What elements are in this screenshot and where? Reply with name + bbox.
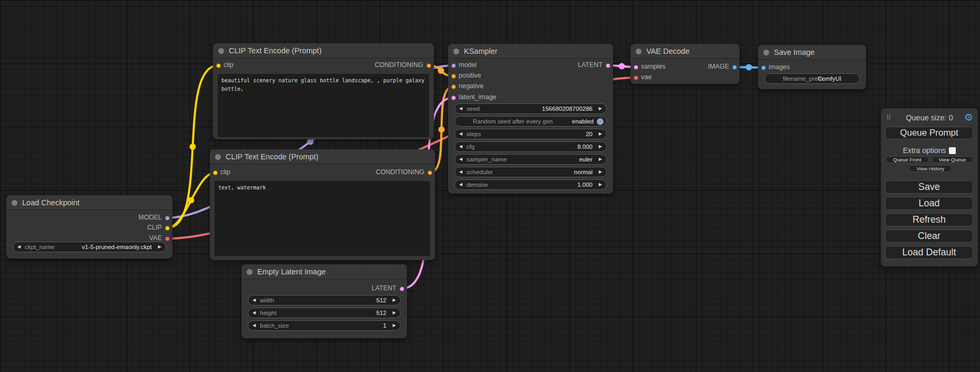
prompt-textarea[interactable]: beautiful scenery nature glass bottle la… xyxy=(218,74,429,137)
widget-random-seed-after-every-gen[interactable]: Random seed after every genenabled xyxy=(454,116,607,127)
link-midpoint-dot[interactable] xyxy=(746,64,752,71)
input-port-label: clip xyxy=(220,168,230,176)
collapse-dot-icon[interactable] xyxy=(453,49,459,54)
decrement-arrow-icon[interactable]: ◀ xyxy=(253,295,256,305)
decrement-arrow-icon[interactable]: ◀ xyxy=(459,167,462,177)
widget-sampler_name[interactable]: ◀▶sampler_nameeuler xyxy=(454,154,607,165)
clear-button[interactable]: Clear xyxy=(885,230,973,243)
node-clip-text-encode-negative[interactable]: CLIP Text Encode (Prompt)clipCONDITIONIN… xyxy=(210,149,435,260)
input-port-clip[interactable] xyxy=(213,170,218,175)
link-load-checkpoint-to-clip-text-encode-negative xyxy=(167,173,215,228)
output-port-CONDITIONING[interactable] xyxy=(428,170,432,175)
increment-arrow-icon[interactable]: ▶ xyxy=(599,180,602,189)
output-port-label: IMAGE xyxy=(708,63,729,70)
widget-label: scheduler xyxy=(467,167,493,177)
output-port-label: CONDITIONING xyxy=(375,61,423,69)
input-port-latent_image[interactable] xyxy=(451,96,456,100)
extra-options-checkbox[interactable] xyxy=(949,147,956,154)
increment-arrow-icon[interactable]: ▶ xyxy=(599,167,602,177)
decrement-arrow-icon[interactable]: ◀ xyxy=(459,180,462,189)
input-port-images[interactable] xyxy=(761,65,766,70)
input-port-vae[interactable] xyxy=(634,75,638,80)
widget-value: normal xyxy=(574,167,593,177)
node-header: Load Checkpoint xyxy=(6,195,172,210)
input-port-samples[interactable] xyxy=(634,65,638,70)
node-empty-latent-image[interactable]: Empty Latent ImageLATENT◀▶width512◀▶heig… xyxy=(241,264,407,338)
widget-ckpt_name[interactable]: ◀▶ckpt_namev1-5-pruned-emaonly.ckpt xyxy=(13,242,166,252)
node-header: CLIP Text Encode (Prompt) xyxy=(213,43,434,58)
node-ksampler[interactable]: KSamplermodelpositivenegativelatent_imag… xyxy=(448,44,613,194)
decrement-arrow-icon[interactable]: ◀ xyxy=(459,155,462,164)
node-load-checkpoint[interactable]: Load CheckpointMODELCLIPVAE◀▶ckpt_namev1… xyxy=(6,195,172,259)
output-port-IMAGE[interactable] xyxy=(732,65,737,70)
node-title: Save Image xyxy=(774,48,814,56)
widget-filename_prefix[interactable]: filename_prefixComfyUI xyxy=(764,73,860,84)
output-port-LATENT[interactable] xyxy=(606,63,610,68)
input-port-negative[interactable] xyxy=(451,84,456,89)
link-midpoint-dot[interactable] xyxy=(190,144,196,150)
prompt-textarea[interactable]: text, watermark xyxy=(215,181,430,256)
input-port-positive[interactable] xyxy=(451,74,456,79)
decrement-arrow-icon[interactable]: ◀ xyxy=(17,242,21,252)
view-queue-button[interactable]: View Queue xyxy=(932,156,973,163)
output-port-CLIP[interactable] xyxy=(165,226,170,231)
refresh-button[interactable]: Refresh xyxy=(885,213,973,226)
queue-prompt-button[interactable]: Queue Prompt xyxy=(885,127,973,139)
widget-value: enabled xyxy=(572,117,594,126)
output-port-VAE[interactable] xyxy=(165,236,170,241)
output-port-MODEL[interactable] xyxy=(165,216,170,221)
link-midpoint-dot[interactable] xyxy=(188,197,195,204)
load-default-button[interactable]: Load Default xyxy=(885,246,973,259)
widget-denoise[interactable]: ◀▶denoise1.000 xyxy=(454,179,607,190)
graph-canvas[interactable]: Load CheckpointMODELCLIPVAE◀▶ckpt_namev1… xyxy=(0,0,980,372)
increment-arrow-icon[interactable]: ▶ xyxy=(393,295,396,305)
node-header: KSampler xyxy=(448,44,613,59)
increment-arrow-icon[interactable]: ▶ xyxy=(599,129,602,139)
queue-front-button[interactable]: Queue Front xyxy=(886,156,929,163)
link-midpoint-dot[interactable] xyxy=(438,68,444,74)
node-vae-decode[interactable]: VAE DecodesamplesvaeIMAGE xyxy=(630,44,740,84)
widget-width[interactable]: ◀▶width512 xyxy=(248,295,401,306)
link-midpoint-dot[interactable] xyxy=(307,139,314,145)
link-midpoint-dot[interactable] xyxy=(619,63,625,70)
view-history-button[interactable]: View History xyxy=(909,165,952,172)
decrement-arrow-icon[interactable]: ◀ xyxy=(459,104,462,113)
output-port-label: LATENT xyxy=(372,284,396,292)
widget-height[interactable]: ◀▶height512 xyxy=(248,308,401,318)
collapse-dot-icon[interactable] xyxy=(247,269,253,275)
widget-scheduler[interactable]: ◀▶schedulernormal xyxy=(454,167,607,177)
decrement-arrow-icon[interactable]: ◀ xyxy=(459,129,462,139)
widget-cfg[interactable]: ◀▶cfg8.000 xyxy=(454,141,607,152)
decrement-arrow-icon[interactable]: ◀ xyxy=(253,321,256,330)
node-clip-text-encode-positive[interactable]: CLIP Text Encode (Prompt)clipCONDITIONIN… xyxy=(213,43,434,139)
input-port-label: clip xyxy=(224,61,234,69)
increment-arrow-icon[interactable]: ▶ xyxy=(599,104,602,113)
increment-arrow-icon[interactable]: ▶ xyxy=(599,142,602,151)
gear-icon[interactable]: ⚙ xyxy=(964,111,973,123)
increment-arrow-icon[interactable]: ▶ xyxy=(599,155,602,164)
increment-arrow-icon[interactable]: ▶ xyxy=(158,242,161,252)
link-midpoint-dot[interactable] xyxy=(439,127,445,133)
node-save-image[interactable]: Save Imageimagesfilename_prefixComfyUI xyxy=(758,45,866,89)
input-port-clip[interactable] xyxy=(216,63,221,68)
output-port-LATENT[interactable] xyxy=(400,287,404,291)
collapse-dot-icon[interactable] xyxy=(218,48,224,54)
queue-panel-header: ⠿ Queue size: 0 ⚙ xyxy=(881,112,978,124)
collapse-dot-icon[interactable] xyxy=(763,50,769,55)
widget-batch_size[interactable]: ◀▶batch_size1 xyxy=(248,320,401,331)
increment-arrow-icon[interactable]: ▶ xyxy=(393,308,396,318)
save-button[interactable]: Save xyxy=(885,180,973,194)
collapse-dot-icon[interactable] xyxy=(636,49,642,54)
output-port-label: MODEL xyxy=(139,214,162,221)
widget-seed[interactable]: ◀▶seed156680208700286 xyxy=(454,103,607,114)
decrement-arrow-icon[interactable]: ◀ xyxy=(253,308,256,318)
increment-arrow-icon[interactable]: ▶ xyxy=(393,321,396,330)
collapse-dot-icon[interactable] xyxy=(12,200,17,206)
input-port-model[interactable] xyxy=(451,63,456,68)
toggle-circle[interactable] xyxy=(597,118,604,125)
collapse-dot-icon[interactable] xyxy=(215,154,221,160)
widget-steps[interactable]: ◀▶steps20 xyxy=(454,129,607,139)
decrement-arrow-icon[interactable]: ◀ xyxy=(459,142,462,151)
load-button[interactable]: Load xyxy=(885,197,973,210)
output-port-CONDITIONING[interactable] xyxy=(426,63,431,68)
